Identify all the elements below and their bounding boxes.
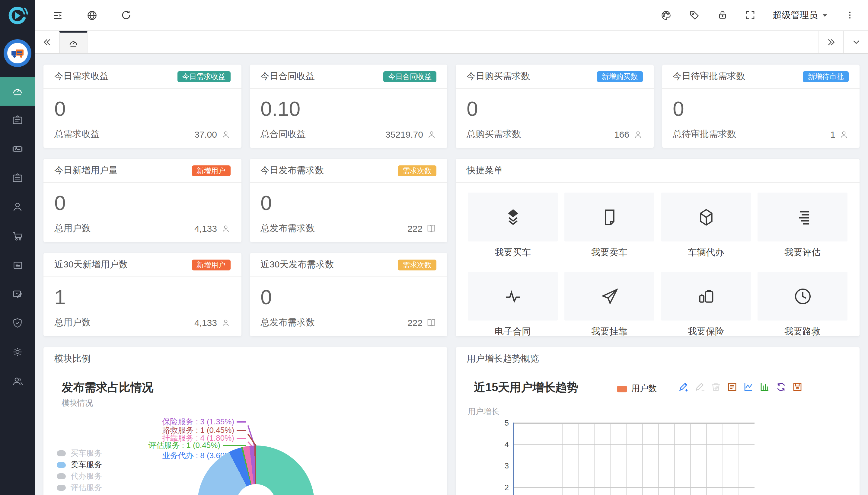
company-truck-logo[interactable] (4, 39, 31, 67)
card-title: 今日待审批需求数 (673, 71, 745, 82)
brush-add-icon[interactable] (678, 381, 689, 392)
status-badge: 今日需求收益 (177, 71, 230, 82)
line-chart-subtitle: 用户增长 (468, 406, 499, 417)
quick-item-label: 我要卖车 (565, 247, 654, 258)
legend-swatch (57, 461, 66, 467)
quick-e-contract[interactable]: 电子合同 (468, 272, 558, 336)
legend-item-user-count[interactable]: 用户数 (617, 383, 657, 394)
card-title: 今日新增用户量 (54, 165, 118, 176)
chart-grid[interactable] (514, 423, 754, 495)
sidebar-item-news[interactable] (0, 251, 35, 279)
user-outline-icon (839, 130, 849, 139)
quick-vehicle-agency[interactable]: 车辆代办 (661, 192, 751, 258)
sidebar-item-audit[interactable] (0, 164, 35, 192)
fullscreen-icon[interactable] (745, 10, 756, 20)
legend-swatch (617, 386, 627, 392)
tabs-scroll-left-icon[interactable] (35, 31, 59, 53)
module-ratio-card: 模块比例 发布需求占比情况 模块情况 买车服务 卖车服务 代办服务 评估服务 保… (44, 347, 447, 495)
lock-icon[interactable] (717, 10, 728, 20)
stat-card-new-users-today: 今日新增用户量新增用户 0 总用户数 4,133 (44, 159, 241, 242)
stat-footer-value: 37.00 (194, 129, 217, 139)
card-title: 快捷菜单 (467, 165, 503, 176)
stat-footer-label: 总购买需求数 (467, 129, 521, 140)
pulse-icon (503, 287, 522, 306)
caret-down-icon (821, 12, 828, 18)
tabs-scroll-right-icon[interactable] (818, 31, 843, 53)
card-title: 用户增长趋势概览 (467, 353, 539, 364)
magic-bar-icon[interactable] (759, 381, 770, 392)
stat-footer-label: 总合同收益 (260, 129, 306, 140)
tabs-menu-chevron-icon[interactable] (843, 31, 868, 53)
stat-card-buy-demand: 今日购买需求数新增购买数 0 总购买需求数 166 (456, 65, 654, 148)
sidebar-item-cart[interactable] (0, 222, 35, 251)
quick-item-label: 车辆代办 (661, 247, 751, 258)
status-badge: 需求次数 (398, 165, 436, 176)
user-growth-card: 用户增长趋势概览 近15天用户增长趋势 用户数 用户增长 (456, 347, 860, 495)
quick-buy-car[interactable]: 我要买车 (468, 192, 558, 258)
user-outline-icon (221, 318, 230, 327)
sidebar-item-banner[interactable] (0, 135, 35, 164)
quick-item-label: 我要路救 (758, 326, 848, 336)
quick-insurance[interactable]: 我要保险 (661, 272, 751, 336)
stat-value: 1 (54, 286, 230, 309)
tag-icon[interactable] (689, 10, 700, 21)
user-outline-icon (221, 130, 230, 139)
refresh-icon[interactable] (121, 10, 132, 20)
quick-menu-card: 快捷菜单 我要买车 我要卖车 车辆代办 我要评估 (456, 159, 860, 336)
status-badge: 新增用户 (192, 165, 230, 176)
user-menu[interactable]: 超级管理员 (772, 10, 828, 21)
stat-card-pending-approval: 今日待审批需求数新增待审批 0 总待审批需求数 1 (662, 65, 860, 148)
pie-chart-area: 发布需求占比情况 模块情况 买车服务 卖车服务 代办服务 评估服务 保险服务 :… (44, 371, 447, 495)
stat-footer-label: 总用户数 (54, 317, 90, 328)
line-chart-area: 近15天用户增长趋势 用户数 用户增长 5 4 (456, 371, 860, 495)
data-view-icon[interactable] (727, 381, 737, 392)
magic-line-icon[interactable] (743, 381, 754, 392)
status-badge: 新增用户 (192, 259, 230, 270)
sidebar-item-shield[interactable] (0, 308, 35, 338)
sidebar-item-dashboard[interactable] (0, 77, 35, 106)
stat-card-demands-30d: 近30天发布需求数需求次数 0 总发布需求数 222 (249, 253, 447, 336)
stat-card-demand-income: 今日需求收益今日需求收益 0 总需求收益 37.00 (44, 65, 241, 148)
brush-remove-icon[interactable] (694, 381, 705, 392)
stat-value: 0 (260, 286, 436, 309)
sidebar-item-certificate[interactable] (0, 106, 35, 135)
legend-swatch (57, 473, 66, 479)
tab-dashboard[interactable] (59, 31, 88, 53)
quick-road-rescue[interactable]: 我要路救 (758, 272, 848, 336)
globe-icon[interactable] (86, 10, 98, 21)
align-lines-icon (794, 208, 812, 226)
status-badge: 新增购买数 (597, 71, 643, 82)
stat-footer-value: 222 (407, 318, 422, 328)
legend-item-agency-service[interactable]: 代办服务 (57, 470, 102, 482)
stat-value: 0.10 (260, 97, 436, 121)
sidebar-item-exam[interactable] (0, 279, 35, 308)
top-header: 超级管理员 (35, 0, 868, 31)
theme-palette-icon[interactable] (660, 10, 672, 21)
quick-sell-car[interactable]: 我要卖车 (565, 192, 654, 258)
restore-icon[interactable] (776, 381, 786, 392)
sidebar-nav (0, 77, 35, 395)
stat-card-contract-income: 今日合同收益今日合同收益 0.10 总合同收益 35219.70 (249, 65, 447, 148)
sidebar-item-user[interactable] (0, 192, 35, 222)
chart-y-axis (513, 423, 514, 495)
sidebar-item-users[interactable] (0, 366, 35, 395)
collapse-menu-icon[interactable] (52, 10, 63, 21)
y-tick-4: 4 (491, 440, 509, 449)
legend-item-evaluate-service[interactable]: 评估服务 (57, 482, 102, 493)
box-3d-icon (696, 207, 716, 227)
more-dots-icon[interactable] (845, 10, 855, 20)
stat-footer-label: 总用户数 (54, 223, 90, 234)
save-image-icon[interactable] (792, 381, 803, 392)
app-logo-icon[interactable] (0, 0, 35, 31)
card-title: 今日合同收益 (260, 71, 315, 82)
quick-affiliate[interactable]: 我要挂靠 (565, 272, 654, 336)
tab-bar (35, 31, 868, 54)
brush-clear-icon[interactable] (710, 381, 721, 392)
legend-label: 代办服务 (71, 471, 102, 481)
quick-evaluate[interactable]: 我要评估 (758, 192, 848, 258)
pie-leader-line (248, 434, 257, 447)
user-outline-icon (633, 130, 643, 139)
truck-icon (7, 43, 28, 63)
sidebar-item-settings[interactable] (0, 338, 35, 366)
clock-icon (793, 287, 812, 306)
